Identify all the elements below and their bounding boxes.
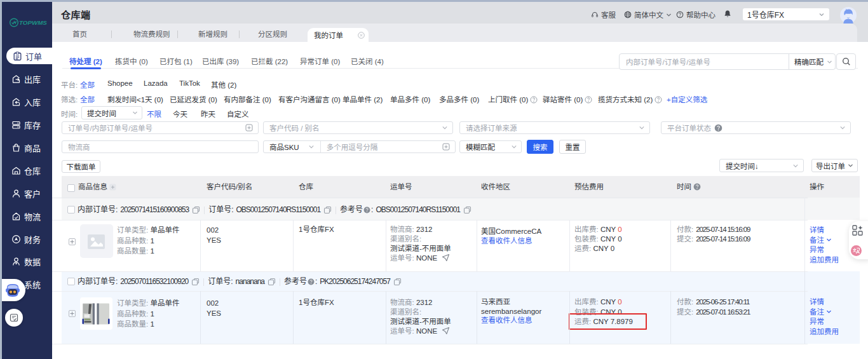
svg-text:TOPWMS: TOPWMS (19, 19, 47, 26)
